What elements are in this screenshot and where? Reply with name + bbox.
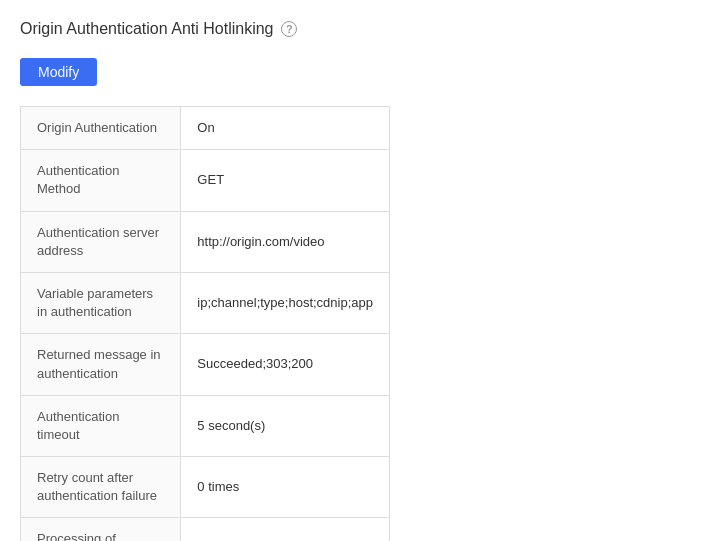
table-cell-value: http://origin.com/video — [181, 211, 390, 272]
table-row: Variable parameters in authenticationip;… — [21, 272, 390, 333]
table-cell-label: Authentication Method — [21, 150, 181, 211]
table-row: Processing of authentication timeoutAllo… — [21, 518, 390, 541]
table-cell-value: 0 times — [181, 457, 390, 518]
table-cell-value: Succeeded;303;200 — [181, 334, 390, 395]
help-icon[interactable]: ? — [281, 21, 297, 37]
table-cell-label: Authentication server address — [21, 211, 181, 272]
table-cell-value: ip;channel;type;host;cdnip;app — [181, 272, 390, 333]
table-cell-value: GET — [181, 150, 390, 211]
table-cell-value: Allow access — [181, 518, 390, 541]
page-title: Origin Authentication Anti Hotlinking — [20, 20, 273, 38]
info-table: Origin AuthenticationOnAuthentication Me… — [20, 106, 390, 541]
table-row: Authentication timeout5 second(s) — [21, 395, 390, 456]
modify-button[interactable]: Modify — [20, 58, 97, 86]
table-cell-label: Variable parameters in authentication — [21, 272, 181, 333]
table-cell-value: 5 second(s) — [181, 395, 390, 456]
table-row: Authentication MethodGET — [21, 150, 390, 211]
table-cell-label: Authentication timeout — [21, 395, 181, 456]
table-row: Retry count after authentication failure… — [21, 457, 390, 518]
table-row: Returned message in authenticationSuccee… — [21, 334, 390, 395]
table-row: Authentication server addresshttp://orig… — [21, 211, 390, 272]
table-cell-label: Retry count after authentication failure — [21, 457, 181, 518]
table-cell-label: Returned message in authentication — [21, 334, 181, 395]
table-cell-label: Processing of authentication timeout — [21, 518, 181, 541]
table-cell-label: Origin Authentication — [21, 107, 181, 150]
table-row: Origin AuthenticationOn — [21, 107, 390, 150]
table-cell-value: On — [181, 107, 390, 150]
